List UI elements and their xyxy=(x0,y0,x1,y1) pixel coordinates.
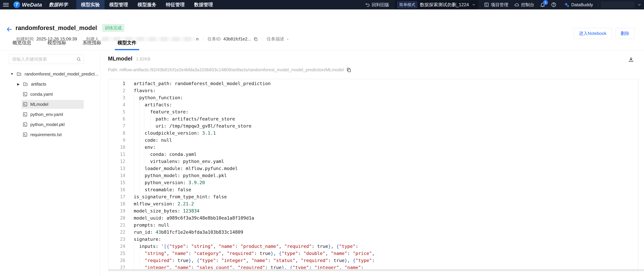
back-to-old-version[interactable]: 回到旧版 xyxy=(365,2,389,8)
path-copy-icon[interactable] xyxy=(346,67,351,73)
file-sidebar: ▼randomforest_model_model_predict...▶art… xyxy=(0,50,100,276)
tree-item-label: artifacts xyxy=(31,82,46,87)
search-icon[interactable] xyxy=(76,57,81,62)
line-number: 1 xyxy=(108,80,125,87)
code-line: 24inputs: '[{"type": "string", "name": "… xyxy=(108,243,638,250)
download-icon[interactable] xyxy=(628,56,634,63)
line-number: 17 xyxy=(108,193,125,200)
back-arrow-button[interactable] xyxy=(6,26,13,33)
project-checklist-icon xyxy=(484,2,489,7)
tree-item-label: randomforest_model_model_predict... xyxy=(24,72,98,77)
brand-logo[interactable]: T WeData 数据科学 xyxy=(14,1,68,8)
help[interactable] xyxy=(551,2,558,8)
notifications[interactable]: 5 xyxy=(540,2,545,8)
nav-divider xyxy=(598,2,598,8)
brand-subtitle: 数据科学 xyxy=(49,2,68,8)
code-line: 1artifact_path: randomforest_model_model… xyxy=(108,80,638,87)
code-line: 5feature_store: xyxy=(108,108,638,115)
search-input[interactable] xyxy=(9,55,84,64)
code-line: 14python_model: python_model.pkl xyxy=(108,172,638,179)
folder-icon xyxy=(22,82,28,87)
code-lines: 1artifact_path: randomforest_model_model… xyxy=(108,79,638,269)
tab-bar: 概览信息模型指标系统指标模型文件 xyxy=(0,37,644,50)
line-number: 27 xyxy=(108,264,125,269)
line-number: 14 xyxy=(108,172,125,179)
file-tree: ▼randomforest_model_model_predict...▶art… xyxy=(0,69,100,140)
tab[interactable]: 概览信息 xyxy=(11,40,33,50)
chevron-down-icon xyxy=(472,3,476,7)
tree-item-label: requirements.txt xyxy=(30,132,62,137)
nav-item[interactable]: 模型管理 xyxy=(104,0,133,10)
tree-item-conda-yaml[interactable]: conda.yaml xyxy=(0,89,100,99)
file-icon xyxy=(22,102,28,107)
project-selector[interactable]: 简单模式 数据探索测试勿删_1224 xyxy=(395,0,478,9)
tree-item-randomforest-model-model-predict-[interactable]: ▼randomforest_model_model_predict... xyxy=(0,69,100,79)
file-icon xyxy=(22,132,28,137)
code-line: 19model_size_bytes: 123834 xyxy=(108,207,638,214)
console[interactable]: 控制台 xyxy=(514,2,534,8)
nav-item[interactable]: 数据管理 xyxy=(190,0,218,10)
tab[interactable]: 模型指标 xyxy=(46,40,68,50)
line-number: 4 xyxy=(108,101,125,108)
code-line: 22run_id: 43b81fcf1e2e4bfda3a103b833c148… xyxy=(108,229,638,236)
mode-badge: 简单模式 xyxy=(397,1,417,8)
horizontal-scrollbar[interactable] xyxy=(108,269,644,271)
line-number: 13 xyxy=(108,165,125,172)
code-line: 11conda: conda.yaml xyxy=(108,151,638,158)
tree-item-requirements-txt[interactable]: requirements.txt xyxy=(0,130,100,140)
tree-item-artifacts[interactable]: ▶artifacts xyxy=(0,79,100,89)
tree-item-label: conda.yaml xyxy=(30,92,53,97)
status-badge: 训练完成 xyxy=(102,24,124,32)
line-number: 5 xyxy=(108,108,125,115)
code-line: 27"integer", "name": "sales_count", "req… xyxy=(108,264,638,269)
nav-item[interactable]: 模型服务 xyxy=(133,0,161,10)
line-number: 25 xyxy=(108,250,125,257)
undo-icon xyxy=(365,2,370,7)
tree-item-python-env-yaml[interactable]: python_env.yaml xyxy=(0,109,100,119)
top-navbar: T WeData 数据科学 模型实验模型管理模型服务特征管理数据管理 回到旧版 … xyxy=(0,0,644,10)
code-line: 15python_version: 3.9.20 xyxy=(108,179,638,186)
code-line: 6path: artifacts/feature_store xyxy=(108,115,638,123)
tree-item-mlmodel[interactable]: MLmodel xyxy=(0,99,100,109)
notification-badge: 5 xyxy=(543,0,548,5)
file-icon xyxy=(22,112,28,117)
tab[interactable]: 系统指标 xyxy=(81,40,103,50)
code-line: 25"string", "name": "category", "require… xyxy=(108,250,638,257)
code-line: 8cloudpickle_version: 3.1.1 xyxy=(108,130,638,137)
tree-item-python-model-pkl[interactable]: python_model.pkl xyxy=(0,119,100,130)
help-icon xyxy=(551,2,556,8)
code-line: 18mlflow_version: 2.21.2 xyxy=(108,200,638,207)
tab[interactable]: 模型文件 xyxy=(116,40,138,50)
line-number: 6 xyxy=(108,115,125,123)
hamburger-menu-icon[interactable] xyxy=(0,0,12,10)
project-name: 数据探索测试勿删_1224 xyxy=(420,2,469,8)
file-icon xyxy=(22,92,28,97)
code-line: 23signature: xyxy=(108,236,638,243)
code-line: 7uri: /tmp/tmpqw3_gv8l/feature_store xyxy=(108,123,638,130)
nav-item[interactable]: 模型实验 xyxy=(76,0,104,10)
caret-right-icon[interactable]: ▶ xyxy=(15,82,22,86)
caret-down-icon[interactable]: ▼ xyxy=(9,72,15,76)
databuddy[interactable]: DataBuddy xyxy=(564,2,593,8)
nav-item[interactable]: 特征管理 xyxy=(161,0,190,10)
line-number: 23 xyxy=(108,236,125,243)
user-chevron-down-icon[interactable] xyxy=(637,2,642,7)
nav-right: 回到旧版 简单模式 数据探索测试勿删_1224 项目管理 控制台 xyxy=(359,0,644,10)
code-line: 9code: null xyxy=(108,137,638,144)
nav-items: 模型实验模型管理模型服务特征管理数据管理 xyxy=(76,0,218,10)
code-editor[interactable]: 1artifact_path: randomforest_model_model… xyxy=(108,79,638,269)
line-number: 3 xyxy=(108,94,125,101)
code-line: 10env: xyxy=(108,144,638,151)
line-number: 19 xyxy=(108,207,125,214)
nav-left: T WeData 数据科学 模型实验模型管理模型服务特征管理数据管理 xyxy=(0,0,218,10)
line-number: 18 xyxy=(108,200,125,207)
line-number: 26 xyxy=(108,257,125,264)
line-number: 21 xyxy=(108,221,125,229)
user-account-redacted[interactable] xyxy=(601,2,634,8)
code-line: 20model_uuid: a989c6f3a39c48e8bb10ea1a8f… xyxy=(108,214,638,221)
tree-item-label: python_model.pkl xyxy=(30,122,65,127)
line-number: 8 xyxy=(108,130,125,137)
line-number: 11 xyxy=(108,151,125,158)
line-number: 15 xyxy=(108,179,125,186)
project-management[interactable]: 项目管理 xyxy=(484,2,508,8)
